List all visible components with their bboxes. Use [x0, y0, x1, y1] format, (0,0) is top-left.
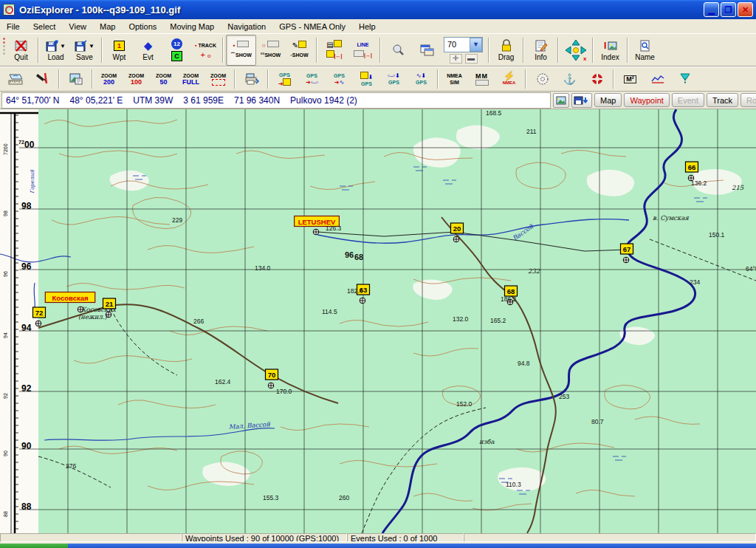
separator — [267, 69, 269, 89]
map-text-label: 96 — [345, 250, 354, 259]
menu-gps-nmea[interactable]: GPS - NMEA Only — [272, 21, 352, 32]
save-map-image-button[interactable] — [571, 93, 592, 108]
event-button[interactable]: ◆ Evt — [134, 35, 162, 65]
coordinate-bar: 64° 51,700' N 48° 05,221' E UTM 39W 3 61… — [0, 92, 756, 109]
wpt-comment-toggle-icon[interactable]: C — [171, 51, 182, 61]
menu-view[interactable]: View — [62, 21, 93, 32]
track-plus-icon[interactable]: + o — [201, 52, 211, 59]
index-button[interactable]: I Index — [596, 35, 625, 65]
svg-text:I: I — [604, 41, 606, 51]
screen-image-button[interactable] — [553, 93, 569, 108]
track-controls[interactable]: ▪ TRACK + o — [191, 35, 220, 65]
print-button[interactable] — [238, 69, 265, 90]
save-button[interactable]: ▼ Save — [70, 35, 99, 65]
separator — [557, 38, 559, 63]
show-track-button[interactable]: ▪ ⌒SHOW — [226, 35, 256, 66]
menu-moving-map[interactable]: Moving Map — [163, 21, 221, 32]
map-text-label: 114.5 — [322, 308, 337, 315]
route-mode-button[interactable]: Route — [740, 93, 756, 107]
separator — [92, 69, 93, 89]
name-search-button[interactable]: Name — [630, 35, 659, 65]
anchor-icon: ⚓ — [563, 76, 576, 83]
zoom-full-button[interactable]: ZOOM FULL — [177, 69, 205, 90]
map-viewport[interactable]: 7200720098989696949492929090888866672063… — [0, 109, 756, 533]
close-button[interactable]: ✕ — [738, 2, 753, 17]
map-text-label: 126.3 — [326, 225, 342, 232]
svg-text:94: 94 — [21, 323, 32, 333]
menu-help[interactable]: Help — [352, 21, 382, 32]
wpt-style-icon — [334, 40, 342, 47]
separator — [379, 38, 381, 63]
status-bar: Waypoints Used : 90 of 10000 (GPS:1000) … — [0, 533, 756, 544]
wpt-glyph — [283, 78, 291, 86]
anchor-button[interactable]: ⚓ — [556, 69, 583, 90]
compass-button[interactable] — [529, 69, 556, 90]
gps-send-waypoints-button[interactable]: GPS ➜ — [271, 69, 298, 90]
show-names-button[interactable]: ✎ ▫SHOW — [285, 35, 314, 65]
restore-button[interactable]: ❐ — [721, 2, 736, 17]
gps-send-tracks-button[interactable]: GPS ➜∿ — [326, 69, 353, 90]
windows-taskbar[interactable] — [0, 544, 756, 548]
magnify-button[interactable] — [383, 35, 412, 65]
nmea-comm-button[interactable]: ⚡ NMEA — [495, 69, 523, 90]
title-bar[interactable]: OziExplorer - 100k--q39-109_110.gif ▁ ❐ … — [0, 0, 756, 19]
zoom-200-button[interactable]: ZOOM 200 — [95, 69, 123, 90]
zoom-100-button[interactable]: ZOOM 100 — [123, 69, 150, 90]
zoom-level-input[interactable]: 70 — [444, 40, 470, 49]
menu-navigation[interactable]: Navigation — [221, 21, 272, 32]
menu-file[interactable]: File — [0, 21, 27, 32]
track-profile-button[interactable] — [644, 69, 671, 90]
map-mode-button[interactable]: Map — [594, 93, 622, 107]
waypoint-mode-button[interactable]: Waypoint — [624, 93, 669, 107]
toolbar-grip[interactable] — [1, 36, 7, 64]
gps-get-tracks-button[interactable]: ∿⬇ GPS — [408, 69, 435, 90]
map-text-label: 253 — [559, 393, 569, 400]
mob-button[interactable] — [583, 69, 611, 90]
zoom-out-button[interactable]: ▬ — [465, 54, 478, 64]
load-button[interactable]: ▼ Load — [41, 35, 70, 65]
waypoint-button[interactable]: 1 Wpt — [105, 35, 134, 65]
waypoints-used-panel: Waypoints Used : 90 of 10000 (GPS:1000) — [182, 533, 347, 542]
map-text-label: (нежил.) — [78, 313, 108, 321]
track-filter-button[interactable] — [671, 69, 698, 90]
menu-map[interactable]: Map — [93, 21, 122, 32]
menu-select[interactable]: Select — [27, 21, 63, 32]
gps-get-waypoints-button[interactable]: ⬇ GPS — [353, 69, 380, 90]
zoom-dropdown-button[interactable]: ▼ — [470, 38, 482, 52]
moving-map-button[interactable]: MM — [468, 69, 495, 90]
info-button[interactable]: Info — [526, 35, 555, 65]
show-waypoints-button[interactable]: ○ °°SHOW — [256, 35, 285, 65]
map-image-icon — [69, 72, 83, 86]
event-mode-button[interactable]: Event — [672, 93, 704, 107]
map-text-label: 170.0 — [276, 388, 292, 395]
wpt-number-comment-toggles[interactable]: 12 C — [162, 35, 191, 65]
coordinate-panel: 64° 51,700' N 48° 05,221' E UTM 39W 3 61… — [1, 92, 551, 109]
track-line-style-button[interactable]: LINE |↔| — [348, 35, 377, 65]
zoom-in-button[interactable]: ✛ — [450, 54, 462, 64]
gps-get-routes-button[interactable]: ▫–▫⬇ GPS — [380, 69, 408, 90]
separator — [627, 38, 628, 63]
utm-easting-readout: 3 61 959E — [183, 95, 224, 106]
map-image-button[interactable] — [62, 69, 89, 90]
gps-send-routes-button[interactable]: GPS ➜▫–▫ — [298, 69, 326, 90]
distance-ruler-button[interactable] — [1, 69, 29, 90]
nmea-simulator-button[interactable]: NMEA SIM — [441, 69, 468, 90]
area-measure-button[interactable]: M² — [616, 69, 644, 90]
quit-button[interactable]: Quit — [7, 35, 35, 65]
minimize-button[interactable]: ▁ — [704, 2, 719, 17]
drag-button[interactable]: Drag — [492, 35, 520, 65]
save-dropdown-arrow[interactable]: ▼ — [89, 42, 94, 50]
map-text-label: 94.8 — [518, 360, 530, 367]
map-feature-tools-button[interactable] — [29, 69, 56, 90]
map-shift-pad[interactable]: x — [561, 35, 590, 65]
zoom-window-button[interactable]: ZOOM — [205, 69, 232, 90]
menu-options[interactable]: Options — [122, 21, 163, 32]
track-mode-button[interactable]: Track — [707, 93, 738, 107]
start-button-fragment[interactable] — [0, 544, 68, 548]
load-dropdown-arrow[interactable]: ▼ — [60, 42, 66, 50]
wpt-number-toggle-icon[interactable]: 12 — [171, 38, 182, 49]
map-windows-button[interactable] — [412, 35, 441, 65]
zoom-50-button[interactable]: ZOOM 50 — [150, 69, 177, 90]
svg-text:98: 98 — [3, 210, 8, 216]
wpt-name-style-button[interactable]: ▤ |↔| — [320, 35, 348, 65]
